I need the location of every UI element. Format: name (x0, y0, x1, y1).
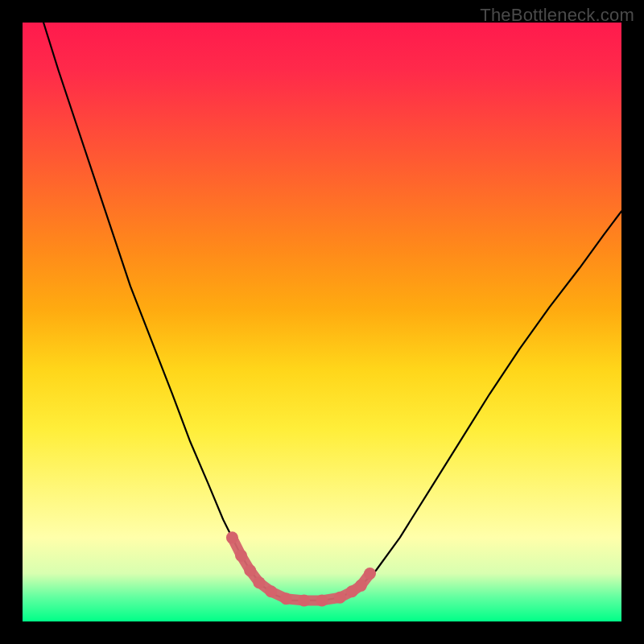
svg-point-0 (226, 531, 238, 543)
svg-point-8 (334, 592, 346, 604)
svg-point-10 (355, 580, 367, 592)
plot-area (23, 23, 621, 621)
svg-point-1 (235, 550, 247, 562)
svg-point-4 (265, 585, 277, 597)
svg-point-11 (364, 568, 376, 580)
svg-point-2 (244, 564, 256, 576)
bottleneck-curve (43, 23, 621, 601)
highlight-segment (226, 531, 376, 606)
watermark-text: TheBottleneck.com (480, 5, 634, 26)
curve-layer (23, 23, 621, 621)
svg-point-6 (298, 594, 310, 606)
svg-point-7 (316, 594, 328, 606)
svg-point-3 (253, 576, 265, 588)
chart-frame: TheBottleneck.com (0, 0, 644, 644)
svg-point-5 (280, 592, 292, 605)
